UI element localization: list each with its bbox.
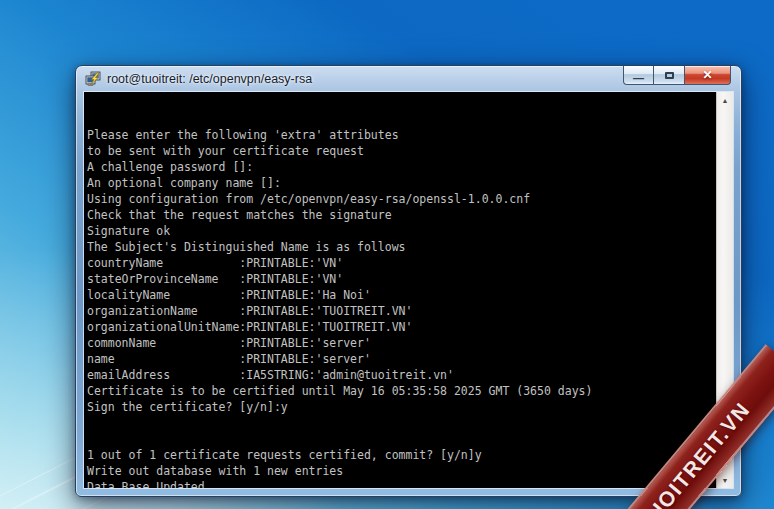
terminal-line: organizationalUnitName:PRINTABLE:'TUOITR… bbox=[87, 319, 716, 335]
titlebar[interactable]: root@tuoitreit: /etc/openvpn/easy-rsa — … bbox=[76, 66, 741, 92]
putty-window: root@tuoitreit: /etc/openvpn/easy-rsa — … bbox=[75, 65, 742, 497]
maximize-button[interactable] bbox=[654, 66, 684, 85]
terminal-line: name :PRINTABLE:'server' bbox=[87, 351, 716, 367]
terminal-line bbox=[87, 431, 716, 447]
terminal-line: emailAddress :IA5STRING:'admin@tuoitreit… bbox=[87, 367, 716, 383]
terminal-client-area: Please enter the following 'extra' attri… bbox=[84, 92, 733, 488]
terminal-line: Please enter the following 'extra' attri… bbox=[87, 127, 716, 143]
terminal-line bbox=[87, 415, 716, 431]
terminal-line: organizationName :PRINTABLE:'TUOITREIT.V… bbox=[87, 303, 716, 319]
close-button[interactable]: ✕ bbox=[684, 66, 731, 85]
scroll-up-icon: ▲ bbox=[722, 97, 729, 104]
terminal-line: countryName :PRINTABLE:'VN' bbox=[87, 255, 716, 271]
terminal-line: Sign the certificate? [y/n]:y bbox=[87, 399, 716, 415]
window-title: root@tuoitreit: /etc/openvpn/easy-rsa bbox=[107, 72, 312, 86]
terminal-line: A challenge password []: bbox=[87, 159, 716, 175]
terminal-line: The Subject's Distinguished Name is as f… bbox=[87, 239, 716, 255]
scroll-down-icon: ▼ bbox=[722, 477, 729, 484]
minimize-button[interactable]: — bbox=[623, 66, 654, 85]
terminal-line: commonName :PRINTABLE:'server' bbox=[87, 335, 716, 351]
minimize-icon: — bbox=[633, 74, 644, 82]
desktop: root@tuoitreit: /etc/openvpn/easy-rsa — … bbox=[0, 0, 774, 509]
terminal-line: Signature ok bbox=[87, 223, 716, 239]
terminal-line: Certificate is to be certified until May… bbox=[87, 383, 716, 399]
window-controls: — ✕ bbox=[623, 66, 731, 85]
terminal-line: Data Base Updated bbox=[87, 479, 716, 488]
putty-icon bbox=[85, 71, 101, 87]
terminal-line: stateOrProvinceName :PRINTABLE:'VN' bbox=[87, 271, 716, 287]
terminal-line: Write out database with 1 new entries bbox=[87, 463, 716, 479]
scroll-up-button[interactable]: ▲ bbox=[717, 92, 733, 108]
terminal-line: Using configuration from /etc/openvpn/ea… bbox=[87, 191, 716, 207]
terminal-line: 1 out of 1 certificate requests certifie… bbox=[87, 447, 716, 463]
terminal-lines: Please enter the following 'extra' attri… bbox=[87, 127, 716, 488]
maximize-icon bbox=[665, 72, 674, 79]
terminal-line: localityName :PRINTABLE:'Ha Noi' bbox=[87, 287, 716, 303]
terminal-output[interactable]: Please enter the following 'extra' attri… bbox=[84, 92, 716, 488]
terminal-line: Check that the request matches the signa… bbox=[87, 207, 716, 223]
terminal-line: to be sent with your certificate request bbox=[87, 143, 716, 159]
scroll-down-button[interactable]: ▼ bbox=[717, 472, 733, 488]
close-icon: ✕ bbox=[702, 68, 712, 82]
terminal-line: An optional company name []: bbox=[87, 175, 716, 191]
